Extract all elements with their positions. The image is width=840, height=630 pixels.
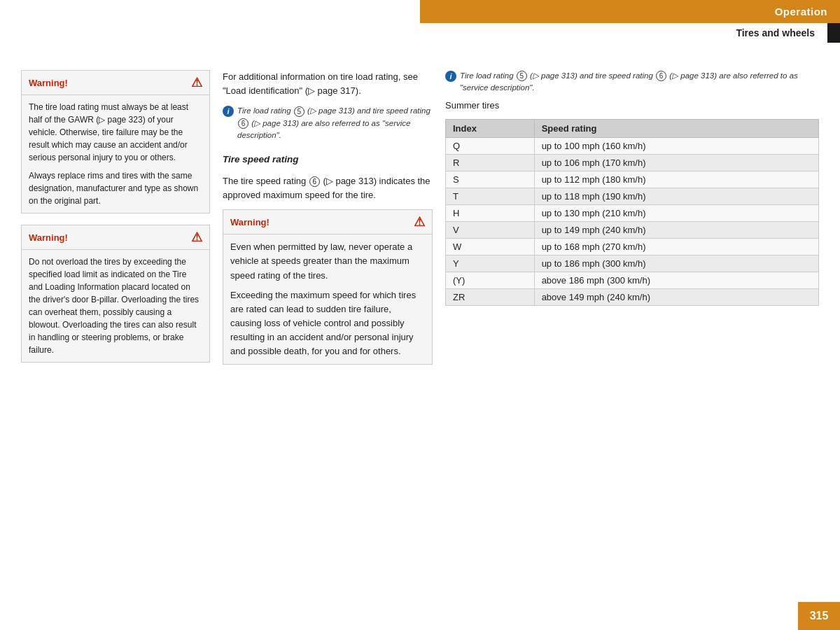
speed-intro-text: The tire speed rating 6 (▷ page 313) ind… [223, 174, 433, 202]
table-row: Sup to 112 mph (180 km/h) [446, 171, 819, 188]
table-cell-speed: up to 168 mph (270 km/h) [534, 238, 818, 255]
table-row: (Y)above 186 mph (300 km/h) [446, 272, 819, 288]
table-cell-speed: up to 186 mph (300 km/h) [534, 255, 818, 272]
table-row: Vup to 149 mph (240 km/h) [446, 221, 819, 238]
section-label: Tires and wheels [723, 24, 827, 42]
warning-box-2: Warning! ⚠ Do not overload the tires by … [21, 225, 210, 363]
table-cell-index: T [446, 188, 535, 204]
warning-triangle-icon-2: ⚠ [191, 230, 202, 245]
warning-header-1: Warning! ⚠ [22, 71, 209, 95]
table-row: ZRabove 149 mph (240 km/h) [446, 288, 819, 305]
table-cell-index: ZR [446, 288, 535, 305]
warning-label-1: Warning! [29, 78, 68, 88]
info-note-middle: i Tire load rating 5 (▷ page 313) and ti… [223, 105, 433, 141]
middle-column: For additional information on tire load … [223, 70, 433, 588]
right-column: i Tire load rating 5 (▷ page 313) and ti… [445, 70, 819, 588]
warning-body-2: Do not overload the tires by exceeding t… [22, 250, 209, 362]
warning-header-2: Warning! ⚠ [22, 225, 209, 250]
warning-body-3: Even when permitted by law, never operat… [223, 234, 432, 364]
table-cell-index: Y [446, 255, 535, 272]
table-header-row: Index Speed rating [446, 119, 819, 137]
warning-text-1b: Always replace rims and tires with the s… [29, 169, 202, 207]
summer-tires-label: Summer tires [445, 100, 819, 111]
speed-rating-table: Index Speed rating Qup to 100 mph (160 k… [445, 119, 819, 306]
warning-text-1a: The tire load rating must always be at l… [29, 101, 202, 164]
info-note-text-right: Tire load rating 5 (▷ page 313) and tire… [460, 70, 819, 94]
warning-text-3a: Even when permitted by law, never operat… [230, 240, 425, 282]
table-cell-index: R [446, 154, 535, 171]
warning-triangle-icon-3: ⚠ [414, 214, 425, 230]
warning-triangle-icon-1: ⚠ [191, 75, 202, 90]
table-cell-speed: up to 112 mph (180 km/h) [534, 171, 818, 188]
info-icon-right: i [445, 71, 456, 82]
section-bar [827, 23, 840, 43]
table-cell-speed: up to 149 mph (240 km/h) [534, 221, 818, 238]
info-note-right: i Tire load rating 5 (▷ page 313) and ti… [445, 70, 819, 94]
section-header: Tires and wheels [420, 23, 840, 43]
tire-speed-heading: Tire speed rating [223, 154, 433, 164]
warning-box-1: Warning! ⚠ The tire load rating must alw… [21, 70, 210, 214]
table-row: Tup to 118 mph (190 km/h) [446, 188, 819, 204]
table-row: Yup to 186 mph (300 km/h) [446, 255, 819, 272]
table-cell-index: H [446, 204, 535, 221]
table-row: Rup to 106 mph (170 km/h) [446, 154, 819, 171]
info-icon-middle: i [223, 106, 234, 117]
table-cell-speed: above 186 mph (300 km/h) [534, 272, 818, 288]
warning-box-3: Warning! ⚠ Even when permitted by law, n… [223, 209, 433, 365]
table-cell-index: (Y) [446, 272, 535, 288]
warning-label-2: Warning! [29, 232, 68, 243]
table-cell-index: Q [446, 137, 535, 154]
page-number: 315 [798, 602, 840, 630]
table-cell-index: W [446, 238, 535, 255]
warning-text-2a: Do not overload the tires by exceeding t… [29, 255, 202, 356]
table-cell-speed: up to 118 mph (190 km/h) [534, 188, 818, 204]
col-speed-header: Speed rating [534, 119, 818, 137]
warning-label-3: Warning! [230, 217, 270, 227]
info-note-text-middle: Tire load rating 5 (▷ page 313) and tire… [237, 105, 433, 141]
table-cell-speed: up to 100 mph (160 km/h) [534, 137, 818, 154]
left-column: Warning! ⚠ The tire load rating must alw… [21, 70, 210, 588]
table-row: Hup to 130 mph (210 km/h) [446, 204, 819, 221]
table-cell-speed: up to 130 mph (210 km/h) [534, 204, 818, 221]
warning-header-3: Warning! ⚠ [223, 210, 432, 234]
warning-text-3b: Exceeding the maximum speed for which ti… [230, 288, 425, 359]
table-cell-speed: above 149 mph (240 km/h) [534, 288, 818, 305]
table-cell-speed: up to 106 mph (170 km/h) [534, 154, 818, 171]
operation-label: Operation [420, 0, 840, 23]
main-content: Warning! ⚠ The tire load rating must alw… [21, 70, 819, 588]
col-index-header: Index [446, 119, 535, 137]
page-header: Operation Tires and wheels [420, 0, 840, 43]
warning-body-1: The tire load rating must always be at l… [22, 95, 209, 213]
intro-text: For additional information on tire load … [223, 70, 433, 98]
table-row: Wup to 168 mph (270 km/h) [446, 238, 819, 255]
table-cell-index: S [446, 171, 535, 188]
table-row: Qup to 100 mph (160 km/h) [446, 137, 819, 154]
table-cell-index: V [446, 221, 535, 238]
